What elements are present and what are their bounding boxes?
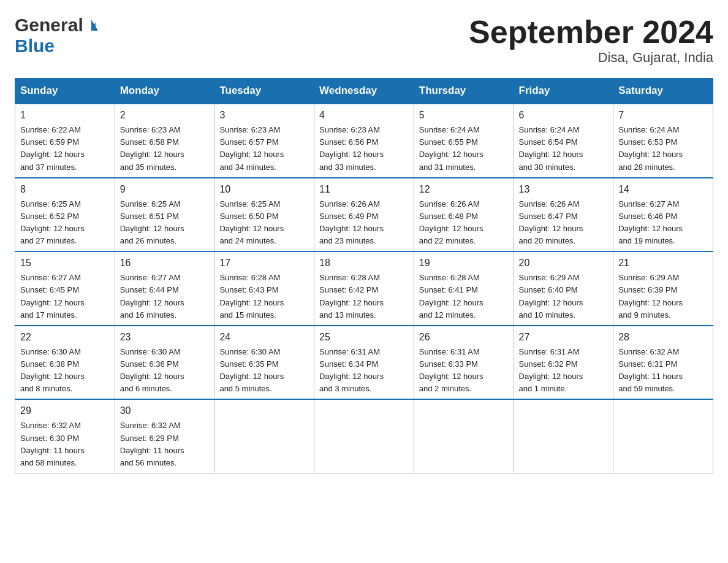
day-info: Sunrise: 6:30 AMSunset: 6:36 PMDaylight:… [120,347,184,393]
day-info: Sunrise: 6:32 AMSunset: 6:31 PMDaylight:… [618,347,683,393]
header-saturday: Saturday [613,79,713,104]
logo-icon [85,18,98,32]
day-info: Sunrise: 6:25 AMSunset: 6:52 PMDaylight:… [20,199,85,245]
day-number: 12 [419,182,509,197]
day-number: 8 [20,182,110,197]
day-number: 7 [618,108,708,123]
day-number: 3 [219,108,309,123]
calendar-day-cell: 29 Sunrise: 6:32 AMSunset: 6:30 PMDaylig… [15,399,115,473]
calendar-day-cell: 7 Sunrise: 6:24 AMSunset: 6:53 PMDayligh… [613,104,713,178]
calendar-day-cell: 14 Sunrise: 6:27 AMSunset: 6:46 PMDaylig… [613,178,713,252]
day-number: 11 [319,182,409,197]
day-number: 14 [618,182,708,197]
calendar-day-cell: 9 Sunrise: 6:25 AMSunset: 6:51 PMDayligh… [115,178,214,252]
day-info: Sunrise: 6:29 AMSunset: 6:39 PMDaylight:… [618,273,683,319]
calendar-day-cell: 26 Sunrise: 6:31 AMSunset: 6:33 PMDaylig… [414,326,514,400]
calendar-day-cell: 15 Sunrise: 6:27 AMSunset: 6:45 PMDaylig… [15,251,115,326]
day-info: Sunrise: 6:25 AMSunset: 6:51 PMDaylight:… [120,199,184,245]
day-number: 4 [319,108,409,123]
day-number: 25 [319,330,409,345]
day-number: 16 [120,256,210,270]
calendar-week-row: 15 Sunrise: 6:27 AMSunset: 6:45 PMDaylig… [15,251,713,326]
day-info: Sunrise: 6:27 AMSunset: 6:44 PMDaylight:… [120,273,184,319]
calendar-table: Sunday Monday Tuesday Wednesday Thursday… [15,78,713,473]
day-number: 17 [219,256,309,270]
calendar-day-cell [613,399,713,473]
day-number: 29 [20,404,110,418]
calendar-week-row: 29 Sunrise: 6:32 AMSunset: 6:30 PMDaylig… [15,399,713,473]
day-number: 9 [120,182,210,197]
day-info: Sunrise: 6:28 AMSunset: 6:42 PMDaylight:… [319,273,384,319]
calendar-week-row: 22 Sunrise: 6:30 AMSunset: 6:38 PMDaylig… [15,326,713,400]
header-monday: Monday [115,79,214,104]
calendar-day-cell: 2 Sunrise: 6:23 AMSunset: 6:58 PMDayligh… [115,104,214,178]
calendar-week-row: 1 Sunrise: 6:22 AMSunset: 6:59 PMDayligh… [15,104,713,178]
day-info: Sunrise: 6:31 AMSunset: 6:33 PMDaylight:… [419,347,483,393]
day-info: Sunrise: 6:23 AMSunset: 6:57 PMDaylight:… [219,125,284,171]
day-number: 5 [419,108,509,123]
header-friday: Friday [514,79,613,104]
logo: General Blue [15,15,99,56]
day-info: Sunrise: 6:31 AMSunset: 6:32 PMDaylight:… [519,347,583,393]
calendar-day-cell: 5 Sunrise: 6:24 AMSunset: 6:55 PMDayligh… [414,104,514,178]
calendar-day-cell: 28 Sunrise: 6:32 AMSunset: 6:31 PMDaylig… [613,326,713,400]
day-number: 23 [120,330,210,345]
logo-general-text: General [15,15,83,36]
day-info: Sunrise: 6:28 AMSunset: 6:41 PMDaylight:… [419,273,483,319]
day-info: Sunrise: 6:24 AMSunset: 6:53 PMDaylight:… [618,125,683,171]
day-info: Sunrise: 6:30 AMSunset: 6:38 PMDaylight:… [20,347,85,393]
calendar-location: Disa, Gujarat, India [469,50,713,66]
day-number: 26 [419,330,509,345]
page-header: General Blue September 2024 Disa, Gujara… [15,15,713,66]
header-sunday: Sunday [15,79,115,104]
calendar-day-cell: 12 Sunrise: 6:26 AMSunset: 6:48 PMDaylig… [414,178,514,252]
calendar-day-cell: 10 Sunrise: 6:25 AMSunset: 6:50 PMDaylig… [214,178,314,252]
calendar-day-cell: 13 Sunrise: 6:26 AMSunset: 6:47 PMDaylig… [514,178,613,252]
day-info: Sunrise: 6:22 AMSunset: 6:59 PMDaylight:… [20,125,85,171]
day-info: Sunrise: 6:28 AMSunset: 6:43 PMDaylight:… [219,273,284,319]
day-info: Sunrise: 6:24 AMSunset: 6:55 PMDaylight:… [419,125,483,171]
calendar-day-cell: 8 Sunrise: 6:25 AMSunset: 6:52 PMDayligh… [15,178,115,252]
calendar-day-cell: 17 Sunrise: 6:28 AMSunset: 6:43 PMDaylig… [214,251,314,326]
day-number: 6 [519,108,609,123]
day-number: 1 [20,108,110,123]
calendar-day-cell: 30 Sunrise: 6:32 AMSunset: 6:29 PMDaylig… [115,399,214,473]
calendar-header-row: Sunday Monday Tuesday Wednesday Thursday… [15,79,713,104]
calendar-week-row: 8 Sunrise: 6:25 AMSunset: 6:52 PMDayligh… [15,178,713,252]
day-info: Sunrise: 6:32 AMSunset: 6:29 PMDaylight:… [120,421,184,467]
header-wednesday: Wednesday [314,79,414,104]
calendar-day-cell: 22 Sunrise: 6:30 AMSunset: 6:38 PMDaylig… [15,326,115,400]
day-info: Sunrise: 6:30 AMSunset: 6:35 PMDaylight:… [219,347,284,393]
calendar-day-cell: 4 Sunrise: 6:23 AMSunset: 6:56 PMDayligh… [314,104,414,178]
day-number: 18 [319,256,409,270]
calendar-day-cell: 23 Sunrise: 6:30 AMSunset: 6:36 PMDaylig… [115,326,214,400]
day-info: Sunrise: 6:27 AMSunset: 6:46 PMDaylight:… [618,199,683,245]
day-number: 28 [618,330,708,345]
calendar-day-cell [514,399,613,473]
calendar-day-cell: 6 Sunrise: 6:24 AMSunset: 6:54 PMDayligh… [514,104,613,178]
calendar-day-cell [314,399,414,473]
day-number: 20 [519,256,609,270]
day-number: 30 [120,404,210,418]
logo-blue-text: Blue [15,36,55,56]
header-thursday: Thursday [414,79,514,104]
day-number: 13 [519,182,609,197]
calendar-day-cell: 19 Sunrise: 6:28 AMSunset: 6:41 PMDaylig… [414,251,514,326]
calendar-day-cell [214,399,314,473]
calendar-day-cell: 11 Sunrise: 6:26 AMSunset: 6:49 PMDaylig… [314,178,414,252]
day-info: Sunrise: 6:26 AMSunset: 6:48 PMDaylight:… [419,199,483,245]
day-info: Sunrise: 6:24 AMSunset: 6:54 PMDaylight:… [519,125,583,171]
calendar-day-cell: 3 Sunrise: 6:23 AMSunset: 6:57 PMDayligh… [214,104,314,178]
calendar-day-cell: 25 Sunrise: 6:31 AMSunset: 6:34 PMDaylig… [314,326,414,400]
day-number: 10 [219,182,309,197]
calendar-day-cell: 21 Sunrise: 6:29 AMSunset: 6:39 PMDaylig… [613,251,713,326]
day-number: 22 [20,330,110,345]
day-number: 24 [219,330,309,345]
calendar-day-cell: 27 Sunrise: 6:31 AMSunset: 6:32 PMDaylig… [514,326,613,400]
calendar-day-cell [414,399,514,473]
day-number: 27 [519,330,609,345]
header-tuesday: Tuesday [214,79,314,104]
day-info: Sunrise: 6:25 AMSunset: 6:50 PMDaylight:… [219,199,284,245]
calendar-day-cell: 24 Sunrise: 6:30 AMSunset: 6:35 PMDaylig… [214,326,314,400]
day-number: 15 [20,256,110,270]
